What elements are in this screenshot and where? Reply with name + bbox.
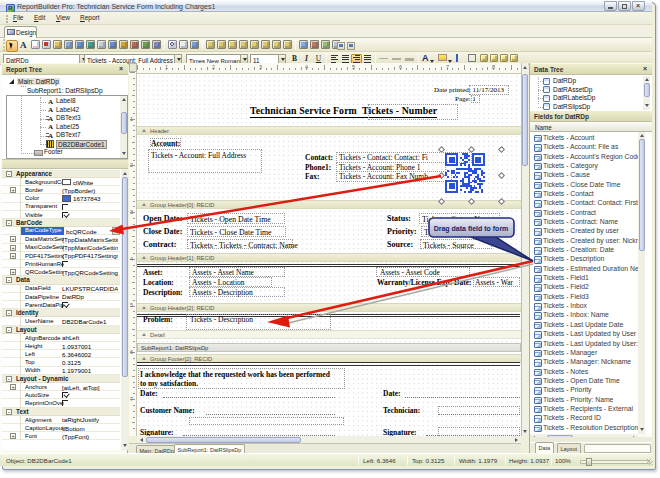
svg-text:Drag data field to form: Drag data field to form (434, 225, 509, 233)
